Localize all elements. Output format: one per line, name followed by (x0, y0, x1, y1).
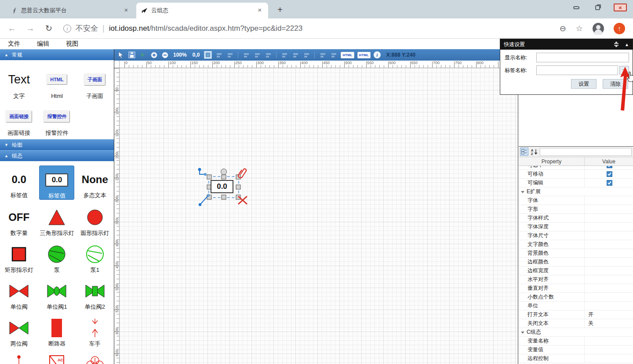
property-row-20[interactable]: 变量名称 (519, 337, 633, 346)
checkbox-checked-icon[interactable] (607, 171, 612, 177)
property-row-1[interactable]: 可移动 (519, 170, 633, 179)
property-row-17[interactable]: 打开文本开 (519, 310, 633, 319)
resize-handle-n[interactable] (222, 175, 226, 180)
property-row-5[interactable]: 字形 (519, 205, 633, 214)
run-icon[interactable] (139, 51, 147, 59)
display-name-input[interactable] (536, 53, 629, 62)
zoom-indicator-icon[interactable]: ⊖ (560, 24, 566, 33)
property-row-10[interactable]: 背景颜色 (519, 249, 633, 258)
delete-x-icon[interactable] (236, 195, 249, 206)
palette-item-车手[interactable]: 车手 (77, 314, 113, 347)
palette-item-圆形指示灯[interactable]: 圆形指示灯 (77, 203, 113, 237)
restore-button[interactable] (593, 4, 602, 11)
same-height-icon[interactable] (330, 51, 338, 59)
align-top-icon[interactable] (280, 51, 288, 59)
property-row-21[interactable]: 变量值 (519, 346, 633, 354)
menu-item-2[interactable]: 视图 (66, 40, 78, 48)
property-row-2[interactable]: 可编辑 (519, 179, 633, 187)
checkbox-checked-icon[interactable] (607, 166, 612, 168)
attach-paperclip-icon[interactable] (237, 167, 248, 179)
design-grid[interactable]: 0.0 (120, 68, 518, 364)
align-left-icon[interactable] (242, 51, 250, 59)
property-row-4[interactable]: 字体 (519, 196, 633, 205)
palette-item-矩形指示灯[interactable]: 矩形指示灯 (1, 240, 36, 274)
property-category-3[interactable]: E扩展 (519, 187, 633, 196)
zoom-out-icon[interactable] (161, 51, 169, 59)
checkbox-checked-icon[interactable] (607, 180, 612, 186)
property-row-9[interactable]: 文字颜色 (519, 240, 633, 249)
label-value-widget[interactable]: 0.0 (211, 180, 233, 193)
palette-item-标签值[interactable]: 0.0标签值 (1, 166, 36, 200)
reload-icon[interactable]: ↻ (42, 22, 55, 35)
palette-item-Html[interactable]: HTMLHtml (39, 65, 74, 100)
align-right-icon[interactable] (264, 51, 272, 59)
palette-item-单位阀[interactable]: 单位阀 (1, 277, 36, 310)
same-width-icon[interactable] (319, 51, 327, 59)
property-row-0[interactable]: 可选中 (519, 166, 633, 170)
palette-item-泵1[interactable]: 泵1 (77, 240, 113, 274)
collapse-panel-icon[interactable]: ▲ (625, 42, 629, 47)
new-tab-button[interactable]: + (274, 4, 286, 16)
property-category-19[interactable]: C组态 (519, 328, 633, 337)
palette-item-单位阀1[interactable]: 单位阀1 (39, 277, 74, 310)
ungroup-icon[interactable] (226, 51, 234, 59)
apply-button[interactable]: 设置 (571, 79, 597, 89)
palette-item-两位阀[interactable]: 两位阀 (1, 314, 36, 347)
property-row-12[interactable]: 边框宽度 (519, 267, 633, 275)
align-center-icon[interactable] (253, 51, 261, 59)
browser-menu-icon[interactable]: ↑ (614, 23, 625, 34)
property-row-13[interactable]: 水平对齐 (519, 275, 633, 284)
property-row-11[interactable]: 边框颜色 (519, 258, 633, 267)
align-middle-icon[interactable] (291, 51, 299, 59)
forward-icon[interactable]: → (24, 22, 37, 35)
site-info-icon[interactable]: i (63, 25, 71, 32)
zoom-in-icon[interactable] (150, 51, 158, 59)
section-header-drawing[interactable]: ▼ 绘图 (0, 139, 114, 150)
palette-item-刀闸[interactable]: 刀闸 (1, 351, 36, 364)
property-value[interactable] (585, 170, 633, 178)
rotate-handle[interactable] (221, 169, 227, 175)
resize-handle-s[interactable] (222, 195, 226, 200)
property-value[interactable] (585, 179, 633, 187)
palette-item-数字量[interactable]: OFF数字量 (1, 203, 36, 237)
grid-toggle-icon[interactable] (204, 51, 212, 59)
palette-item-报警控件[interactable]: 报警控件报警控件 (39, 101, 74, 137)
palette-item-PT[interactable]: PT (77, 351, 113, 364)
palette-item-单位阀2[interactable]: 单位阀2 (77, 277, 113, 310)
property-row-14[interactable]: 垂直对齐 (519, 284, 633, 293)
palette-item-逆变器[interactable]: ACDC逆变器 (39, 351, 74, 364)
dock-panel-icon[interactable] (613, 41, 619, 47)
info-icon[interactable]: i (374, 51, 381, 58)
sort-az-icon[interactable]: A Z (530, 148, 538, 156)
align-bottom-icon[interactable] (302, 51, 310, 59)
tab-scada-editor[interactable]: 云组态 × (136, 3, 268, 18)
property-row-22[interactable]: 远程控制 (519, 354, 633, 363)
categorized-view-icon[interactable] (520, 148, 528, 156)
resize-handle-e[interactable] (236, 185, 241, 190)
palette-item-子画面[interactable]: 子画面子画面 (77, 65, 113, 100)
palette-item-文字[interactable]: Text文字 (1, 65, 36, 100)
close-button[interactable]: × (614, 4, 627, 11)
property-row-18[interactable]: 关闭文本关 (519, 319, 633, 328)
connect-tool-icon[interactable] (197, 167, 208, 179)
menu-item-0[interactable]: 文件 (8, 40, 20, 48)
bookmark-star-icon[interactable]: ☆ (576, 24, 583, 33)
minimize-button[interactable] (571, 4, 581, 11)
property-value[interactable] (585, 166, 633, 169)
html-preview-icon[interactable]: HTML (357, 52, 371, 58)
palette-item-多态文本[interactable]: None多态文本 (77, 166, 113, 200)
menu-item-1[interactable]: 编辑 (37, 40, 49, 48)
property-row-15[interactable]: 小数点个数 (519, 293, 633, 302)
save-icon[interactable] (128, 51, 136, 59)
group-icon[interactable] (215, 51, 223, 59)
cursor-tool-icon[interactable] (117, 51, 125, 59)
html-export-icon[interactable]: HTML (341, 52, 354, 58)
tab-close-icon[interactable]: × (256, 7, 264, 14)
palette-item-标签值[interactable]: 0.0标签值 (39, 166, 74, 200)
quick-settings-titlebar[interactable]: 快速设置 ▲ (500, 39, 633, 50)
property-filter-box[interactable] (540, 148, 632, 156)
property-row-8[interactable]: 字体尺寸 (519, 231, 633, 240)
profile-avatar[interactable] (593, 23, 604, 34)
section-header-general[interactable]: ▲ 常规 (0, 49, 114, 60)
property-row-16[interactable]: 单位 (519, 302, 633, 310)
